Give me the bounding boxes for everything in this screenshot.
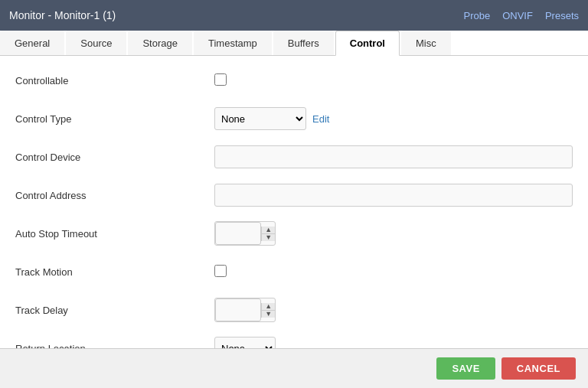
track-motion-row: Track Motion <box>15 259 573 284</box>
return-location-select[interactable]: None <box>214 337 276 348</box>
main-content: Controllable Control Type None Edit Cont… <box>0 56 588 348</box>
tab-misc[interactable]: Misc <box>401 31 451 55</box>
control-type-control: None Edit <box>214 107 573 130</box>
auto-stop-timeout-row: Auto Stop Timeout ▲ ▼ <box>15 221 573 246</box>
return-location-label: Return Location <box>15 343 214 349</box>
track-motion-label: Track Motion <box>15 266 214 278</box>
control-address-control <box>214 184 573 207</box>
track-delay-input[interactable] <box>215 298 261 321</box>
control-type-wrap: None Edit <box>214 107 573 130</box>
track-delay-row: Track Delay ▲ ▼ <box>15 298 573 322</box>
bottom-bar: SAVE CANCEL <box>0 348 588 388</box>
control-address-label: Control Address <box>15 190 214 201</box>
auto-stop-timeout-control: ▲ ▼ <box>214 221 573 246</box>
control-type-label: Control Type <box>15 113 214 125</box>
return-location-control: None <box>214 337 573 348</box>
auto-stop-timeout-label: Auto Stop Timeout <box>15 228 214 240</box>
onvif-link[interactable]: ONVIF <box>502 10 533 21</box>
presets-link[interactable]: Presets <box>545 10 579 21</box>
tab-buffers[interactable]: Buffers <box>273 31 334 55</box>
auto-stop-timeout-spinner: ▲ ▼ <box>214 221 276 246</box>
controllable-label: Controllable <box>15 75 214 86</box>
auto-stop-timeout-up[interactable]: ▲ <box>262 227 275 234</box>
control-device-control <box>214 145 573 168</box>
probe-link[interactable]: Probe <box>463 10 490 21</box>
tab-source[interactable]: Source <box>66 31 126 55</box>
tab-control[interactable]: Control <box>335 31 400 56</box>
track-delay-label: Track Delay <box>15 305 214 316</box>
track-delay-up[interactable]: ▲ <box>262 303 275 311</box>
control-device-label: Control Device <box>15 152 214 163</box>
controllable-checkbox[interactable] <box>214 73 227 86</box>
top-bar: Monitor - Monitor-1 (1) Probe ONVIF Pres… <box>0 0 588 31</box>
control-device-row: Control Device <box>15 145 573 169</box>
control-device-input[interactable] <box>214 145 573 168</box>
return-location-row: Return Location None <box>15 336 573 348</box>
control-type-select[interactable]: None <box>214 107 306 130</box>
track-motion-checkbox[interactable] <box>214 265 227 277</box>
top-bar-links: Probe ONVIF Presets <box>463 10 579 21</box>
cancel-button[interactable]: CANCEL <box>501 357 576 380</box>
window-title: Monitor - Monitor-1 (1) <box>9 9 116 21</box>
track-delay-buttons: ▲ ▼ <box>261 303 275 318</box>
auto-stop-timeout-down[interactable]: ▼ <box>262 234 275 241</box>
control-type-row: Control Type None Edit <box>15 106 573 131</box>
controllable-control <box>214 73 573 88</box>
tab-general[interactable]: General <box>0 31 64 55</box>
controllable-row: Controllable <box>15 68 573 93</box>
track-delay-down[interactable]: ▼ <box>262 311 275 318</box>
control-address-input[interactable] <box>214 184 573 207</box>
control-type-edit-link[interactable]: Edit <box>312 113 329 125</box>
save-button[interactable]: SAVE <box>436 357 495 380</box>
track-delay-spinner: ▲ ▼ <box>214 298 276 322</box>
auto-stop-timeout-buttons: ▲ ▼ <box>261 227 275 241</box>
track-delay-control: ▲ ▼ <box>214 298 573 322</box>
track-motion-control <box>214 265 573 279</box>
control-address-row: Control Address <box>15 183 573 207</box>
tab-storage[interactable]: Storage <box>128 31 192 55</box>
tab-timestamp[interactable]: Timestamp <box>194 31 272 55</box>
auto-stop-timeout-input[interactable] <box>215 222 261 245</box>
tab-bar: General Source Storage Timestamp Buffers… <box>0 31 588 56</box>
